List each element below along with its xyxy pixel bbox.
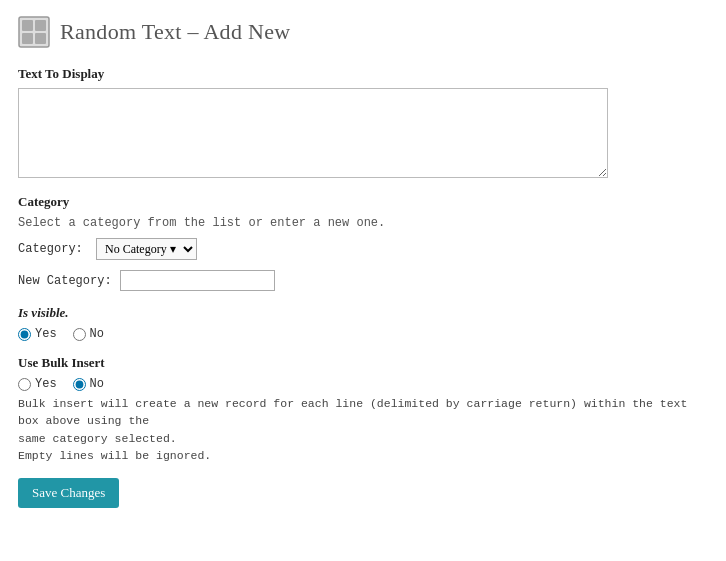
bulk-yes-label: Yes [35,377,57,391]
save-changes-button[interactable]: Save Changes [18,478,119,508]
visibility-yes-label: Yes [35,327,57,341]
new-category-row: New Category: [18,270,708,291]
visibility-no-radio[interactable] [73,328,86,341]
page-header: Random Text – Add New [18,16,708,48]
category-select[interactable]: No Category ▾ [96,238,197,260]
visibility-no-option[interactable]: No [73,327,104,341]
bulk-insert-label: Use Bulk Insert [18,355,708,371]
bulk-yes-radio[interactable] [18,378,31,391]
bulk-insert-section: Use Bulk Insert Yes No Bulk insert will … [18,355,708,464]
svg-rect-4 [35,33,46,44]
visibility-yes-option[interactable]: Yes [18,327,57,341]
text-display-section: Text To Display [18,66,708,178]
category-description: Select a category from the list or enter… [18,216,708,230]
widget-icon [18,16,50,48]
bulk-no-option[interactable]: No [73,377,104,391]
bulk-desc-line1: Bulk insert will create a new record for… [18,397,687,427]
bulk-desc-line2: same category selected. [18,432,177,445]
new-category-label: New Category: [18,274,112,288]
bulk-desc-line3: Empty lines will be ignored. [18,449,211,462]
visibility-label: Is visible. [18,305,708,321]
category-section: Category Select a category from the list… [18,194,708,291]
category-row: Category: No Category ▾ [18,238,708,260]
svg-rect-3 [22,33,33,44]
bulk-yes-option[interactable]: Yes [18,377,57,391]
category-field-label: Category: [18,242,88,256]
visibility-yes-radio[interactable] [18,328,31,341]
new-category-input[interactable] [120,270,275,291]
text-display-label: Text To Display [18,66,708,82]
bulk-no-label: No [90,377,104,391]
page-title: Random Text – Add New [60,19,290,45]
svg-rect-1 [22,20,33,31]
category-heading: Category [18,194,708,210]
visibility-radio-row: Yes No [18,327,708,341]
bulk-description: Bulk insert will create a new record for… [18,395,708,464]
page-container: Random Text – Add New Text To Display Ca… [0,0,726,561]
bulk-no-radio[interactable] [73,378,86,391]
bulk-insert-radio-row: Yes No [18,377,708,391]
svg-rect-2 [35,20,46,31]
text-display-input[interactable] [18,88,608,178]
visibility-section: Is visible. Yes No [18,305,708,341]
visibility-no-label: No [90,327,104,341]
